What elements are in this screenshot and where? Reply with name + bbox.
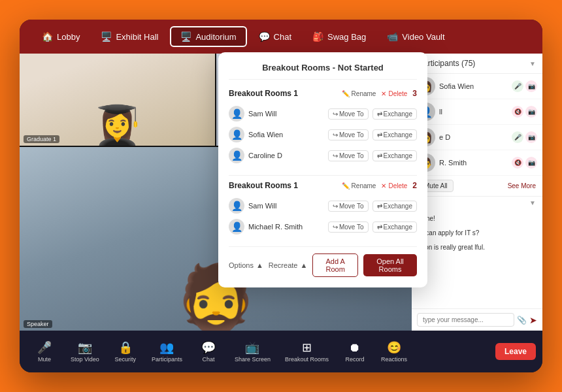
exchange-icon-3: ⇄ bbox=[377, 152, 382, 159]
breakout-rooms-button[interactable]: ⊞ Breakout Rooms bbox=[278, 338, 335, 365]
p1-exchange-btn[interactable]: ⇄ Exchange bbox=[372, 108, 412, 120]
room1-actions: ✏️ Rename ✕ Delete 3 bbox=[342, 89, 412, 98]
r2p1-move-btn[interactable]: ↪ Move To bbox=[328, 201, 369, 212]
chevron-up-icon-2: ▲ bbox=[300, 261, 307, 269]
r2p1-exchange-btn[interactable]: ⇄ Exchange bbox=[372, 201, 412, 212]
exchange-icon: ⇄ bbox=[377, 110, 382, 118]
participant-icons-2: 🔇 📷 bbox=[512, 106, 537, 118]
nav-item-lobby[interactable]: 🏠 Lobby bbox=[33, 27, 89, 46]
exchange-icon-5: ⇄ bbox=[377, 223, 382, 231]
sidebar-chevron: ▼ bbox=[412, 197, 542, 209]
open-all-button[interactable]: Open All Rooms bbox=[363, 254, 412, 276]
room2-rename-btn[interactable]: ✏️ Rename bbox=[342, 182, 376, 189]
p2-name: Sofia Wien bbox=[248, 131, 324, 139]
participant-row-3: 👩 e D 🎤 📷 bbox=[412, 125, 542, 150]
participant-icons-3: 🎤 📷 bbox=[512, 131, 537, 143]
participant-name-2: ll bbox=[439, 108, 508, 116]
options-label: Options bbox=[229, 261, 254, 269]
p2-avatar: 👤 bbox=[229, 127, 244, 142]
security-label: Security bbox=[115, 356, 137, 363]
reactions-icon: 😊 bbox=[387, 340, 401, 355]
participant-icons-4: 🔇 📷 bbox=[512, 157, 537, 169]
video-name-3: Speaker bbox=[24, 320, 52, 328]
participant-icons-1: 🎤 📷 bbox=[512, 80, 537, 92]
send-icon[interactable]: ➤ bbox=[529, 315, 537, 325]
participants-label: Participants bbox=[152, 356, 182, 363]
room1-rename-btn[interactable]: ✏️ Rename bbox=[342, 90, 376, 97]
room2-title: Breakout Rooms 1 bbox=[229, 181, 337, 190]
room2-delete-btn[interactable]: ✕ Delete bbox=[381, 182, 407, 189]
participant-name-1: Sofia Wien bbox=[439, 82, 508, 90]
device-frame: 🏠 Lobby 🖥️ Exhibit Hall 🖥️ Auditorium 💬 … bbox=[20, 20, 542, 372]
room1-delete-label: Delete bbox=[388, 90, 407, 97]
share-screen-button[interactable]: 📺 Share Screen bbox=[228, 338, 277, 365]
vid-icon-1: 📷 bbox=[525, 80, 537, 92]
section-divider bbox=[229, 175, 412, 176]
mute-button[interactable]: 🎤 Mute bbox=[26, 338, 63, 365]
share-screen-label: Share Screen bbox=[235, 356, 271, 363]
breakout-room-2: Breakout Rooms 1 ✏️ Rename ✕ Delete 2 bbox=[229, 181, 412, 237]
mute-all-row: Mute All See More bbox=[412, 176, 542, 197]
room2-actions: ✏️ Rename ✕ Delete 2 bbox=[342, 181, 412, 190]
mic-off-icon-4: 🔇 bbox=[512, 157, 523, 169]
chat-button[interactable]: 💬 Chat bbox=[190, 338, 227, 365]
participants-button[interactable]: 👥 Participants bbox=[145, 338, 189, 365]
p1-name: Sam Will bbox=[248, 110, 324, 118]
room1-header: Breakout Rooms 1 ✏️ Rename ✕ Delete 3 bbox=[229, 89, 412, 98]
nav-item-chat[interactable]: 💬 Chat bbox=[250, 27, 301, 46]
record-icon: ⏺ bbox=[349, 341, 361, 355]
modal-footer: Options ▲ Recreate ▲ Add A Room Open All… bbox=[229, 246, 412, 277]
p2-exchange-btn[interactable]: ⇄ Exchange bbox=[372, 129, 412, 140]
p3-exchange-btn[interactable]: ⇄ Exchange bbox=[372, 150, 412, 161]
reactions-button[interactable]: 😊 Reactions bbox=[374, 338, 414, 365]
r2p2-move-btn[interactable]: ↪ Move To bbox=[328, 221, 369, 233]
p1-move-btn[interactable]: ↪ Move To bbox=[328, 108, 369, 120]
p3-name: Caroline D bbox=[248, 152, 324, 159]
nav-item-exhibit[interactable]: 🖥️ Exhibit Hall bbox=[91, 27, 167, 46]
chat-messages: ryone! ve can apply for IT s? ssion is r… bbox=[412, 209, 542, 308]
add-room-button[interactable]: Add A Room bbox=[312, 253, 358, 277]
participant-row-4: 👨 R. Smith 🔇 📷 bbox=[412, 150, 542, 176]
room1-delete-btn[interactable]: ✕ Delete bbox=[381, 90, 407, 97]
nav-chat-label: Chat bbox=[274, 32, 291, 42]
record-button[interactable]: ⏺ Record bbox=[337, 338, 373, 365]
participant-name-4: R. Smith bbox=[439, 159, 508, 167]
recreate-btn[interactable]: Recreate ▲ bbox=[269, 261, 308, 269]
chat-text-2: ve can apply for IT s? bbox=[417, 229, 537, 238]
nav-item-vault[interactable]: 📹 Video Vault bbox=[378, 27, 454, 46]
vid-icon-2: 📷 bbox=[525, 106, 537, 118]
swag-icon: 🎒 bbox=[312, 31, 323, 42]
chat-msg-1: ryone! bbox=[417, 214, 537, 223]
room2-header: Breakout Rooms 1 ✏️ Rename ✕ Delete 2 bbox=[229, 181, 412, 190]
reactions-label: Reactions bbox=[381, 356, 407, 363]
participants-header: Participants (75) ▼ bbox=[412, 54, 542, 74]
leave-button[interactable]: Leave bbox=[495, 343, 536, 360]
chat-icon: 💬 bbox=[259, 31, 270, 42]
stop-video-button[interactable]: 📷 Stop Video bbox=[64, 338, 106, 365]
delete-icon-2: ✕ bbox=[381, 182, 386, 189]
p3-move-btn[interactable]: ↪ Move To bbox=[328, 150, 369, 161]
r2p2-exchange-btn[interactable]: ⇄ Exchange bbox=[372, 221, 412, 233]
security-button[interactable]: 🔒 Security bbox=[107, 338, 144, 365]
record-label: Record bbox=[345, 356, 364, 363]
mute-icon: 🎤 bbox=[37, 340, 52, 355]
nav-lobby-label: Lobby bbox=[57, 32, 80, 42]
see-more-link[interactable]: See More bbox=[508, 182, 536, 189]
mute-label: Mute bbox=[38, 356, 51, 363]
bottom-bar: 🎤 Mute 📷 Stop Video 🔒 Security 👥 Partici… bbox=[20, 331, 542, 372]
room1-title: Breakout Rooms 1 bbox=[229, 89, 337, 98]
options-btn[interactable]: Options ▲ bbox=[229, 261, 263, 269]
p2-move-btn[interactable]: ↪ Move To bbox=[328, 129, 369, 140]
room2-rename-label: Rename bbox=[352, 182, 376, 189]
p1-avatar: 👤 bbox=[229, 106, 244, 122]
stop-video-icon: 📷 bbox=[78, 340, 92, 355]
participant-name-3: e D bbox=[439, 133, 508, 141]
modal-title: Breakout Rooms - Not Started bbox=[229, 63, 412, 80]
nav-item-swag[interactable]: 🎒 Swag Bag bbox=[303, 27, 375, 46]
room1-participant-3: 👤 Caroline D ↪ Move To ⇄ Exchange bbox=[229, 145, 412, 166]
chevron-down-icon-2: ▼ bbox=[529, 199, 536, 206]
chat-input[interactable] bbox=[417, 313, 514, 327]
r2p2-avatar: 👤 bbox=[229, 219, 244, 235]
nav-item-auditorium[interactable]: 🖥️ Auditorium bbox=[170, 26, 246, 47]
room1-participant-1: 👤 Sam Will ↪ Move To ⇄ Exchange bbox=[229, 103, 412, 124]
